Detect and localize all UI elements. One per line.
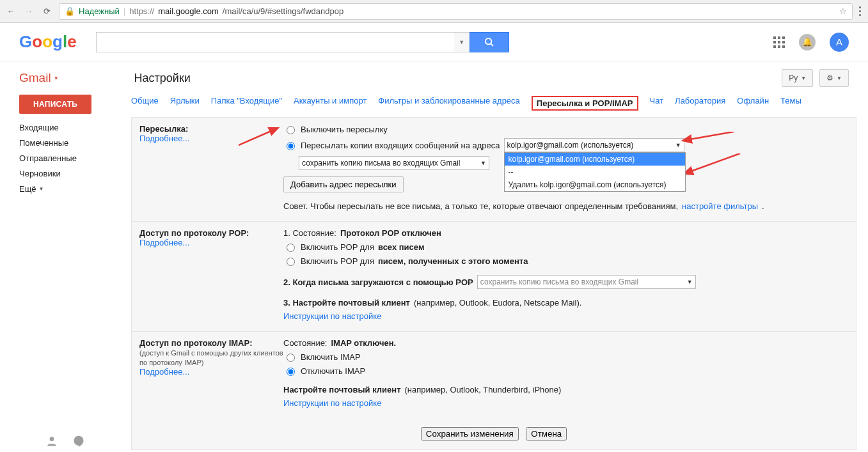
pop-line2: 2. Когда письма загружаются с помощью PO… xyxy=(283,277,473,287)
secure-label: Надежный xyxy=(79,6,120,16)
forward-arrow-icon[interactable]: → xyxy=(23,6,35,17)
google-logo[interactable]: Google xyxy=(19,32,77,52)
imap-learnmore-link[interactable]: Подробнее... xyxy=(139,367,189,377)
url-host: mail.google.com xyxy=(158,6,219,16)
tab-labels[interactable]: Ярлыки xyxy=(170,96,200,111)
imap-status: IMAP отключен. xyxy=(331,338,396,348)
sidebar-item-starred[interactable]: Помеченные xyxy=(19,138,131,148)
chevron-down-icon: ▼ xyxy=(687,279,693,285)
keep-copy-select[interactable]: сохранить копию письма во входящих Gmail… xyxy=(299,156,489,170)
svg-point-0 xyxy=(485,38,491,44)
sidebar-item-drafts[interactable]: Черновики xyxy=(19,169,131,178)
sidebar-item-inbox[interactable]: Входящие xyxy=(19,123,131,132)
imap-instructions-link[interactable]: Инструкции по настройке xyxy=(283,398,381,408)
radio-imap-on[interactable] xyxy=(287,354,295,362)
radio-forward-copy[interactable] xyxy=(287,142,295,150)
url-prefix: https:// xyxy=(129,6,154,16)
sidebar-item-more[interactable]: Ещё ▼ xyxy=(19,184,131,194)
forwarding-tip-text: Совет. Чтобы пересылать не все письма, а… xyxy=(283,201,678,211)
tab-themes[interactable]: Темы xyxy=(780,96,801,111)
avatar[interactable]: A xyxy=(830,33,849,52)
radio-imap-off[interactable] xyxy=(287,368,295,376)
tab-filters[interactable]: Фильтры и заблокированные адреса xyxy=(378,96,519,111)
address-bar[interactable]: 🔒 Надежный | https://mail.google.com/mai… xyxy=(59,3,853,20)
chevron-down-icon: ▼ xyxy=(837,75,842,81)
svg-point-5 xyxy=(50,437,54,441)
heading-row: Gmail ▼ Настройки Ру ▼ ⚙ ▼ xyxy=(0,61,868,92)
forward-address-select[interactable]: kolp.igor@gmail.com (используется) ▼ kol… xyxy=(504,138,684,152)
label-forward-copy: Пересылать копии входящих сообщений на а… xyxy=(301,141,500,150)
section-pop: Доступ по протоколу POP: Подробнее... 1.… xyxy=(132,222,856,332)
search-icon xyxy=(484,37,494,47)
tab-accounts[interactable]: Аккаунты и импорт xyxy=(294,96,367,111)
tab-inbox[interactable]: Папка "Входящие" xyxy=(211,96,282,111)
bookmark-star-icon[interactable]: ☆ xyxy=(839,6,847,16)
cancel-button[interactable]: Отмена xyxy=(526,427,567,440)
forwarding-learnmore-link[interactable]: Подробнее... xyxy=(139,134,189,143)
gear-icon: ⚙ xyxy=(826,74,833,82)
imap-title: Доступ по протоколу IMAP: xyxy=(139,338,252,348)
save-row: Сохранить изменения Отмена xyxy=(132,418,856,449)
svg-line-1 xyxy=(491,43,493,46)
back-arrow-icon[interactable]: ← xyxy=(5,6,17,17)
tab-fwdpop[interactable]: Пересылка и POP/IMAP xyxy=(537,98,633,108)
browser-toolbar: ← → ⟳ 🔒 Надежный | https://mail.google.c… xyxy=(0,0,868,23)
pop-status: Протокол POP отключен xyxy=(340,228,441,238)
dropdown-option-current[interactable]: kolp.igor@gmail.com (используется) xyxy=(505,153,685,166)
browser-menu-icon[interactable] xyxy=(859,6,863,16)
url-path: /mail/ca/u/9/#settings/fwdandpop xyxy=(223,6,343,16)
tab-labs[interactable]: Лаборатория xyxy=(675,96,725,111)
forwarding-title: Пересылка: xyxy=(139,124,188,134)
hangouts-icon[interactable] xyxy=(72,434,86,448)
person-icon[interactable] xyxy=(45,434,59,448)
search-button[interactable] xyxy=(470,32,509,52)
pop-title: Доступ по протоколу POP: xyxy=(139,228,249,238)
pop-learnmore-link[interactable]: Подробнее... xyxy=(139,238,189,247)
lock-icon: 🔒 xyxy=(65,6,75,16)
label-disable-forwarding: Выключить пересылку xyxy=(301,125,388,134)
google-header: Google ▼ 🔔 A xyxy=(0,23,868,61)
radio-disable-forwarding[interactable] xyxy=(287,126,295,134)
tab-chat[interactable]: Чат xyxy=(650,96,664,111)
pop-action-select[interactable]: сохранить копию письма во входящих Gmail… xyxy=(477,275,696,289)
radio-pop-all[interactable] xyxy=(287,244,295,252)
imap-hint: (доступ к Gmail с помощью других клиенто… xyxy=(139,349,283,366)
configure-filters-link[interactable]: настройте фильтры xyxy=(682,201,758,211)
tab-offline[interactable]: Офлайн xyxy=(737,96,769,111)
chevron-down-icon: ▼ xyxy=(39,186,44,192)
search-box: ▼ xyxy=(96,32,509,52)
dropdown-option-remove[interactable]: Удалить kolp.igor@gmail.com (используетс… xyxy=(505,178,685,191)
gmail-product-label[interactable]: Gmail ▼ xyxy=(19,71,59,85)
language-button[interactable]: Ру ▼ xyxy=(782,69,813,87)
search-options-dropdown[interactable]: ▼ xyxy=(454,32,470,52)
sidebar-item-sent[interactable]: Отправленные xyxy=(19,153,131,163)
chevron-down-icon: ▼ xyxy=(480,160,486,166)
page-title: Настройки xyxy=(134,72,191,85)
hangouts-bar xyxy=(45,434,86,448)
add-forwarding-address-button[interactable]: Добавить адрес пересылки xyxy=(283,176,404,192)
radio-pop-new[interactable] xyxy=(287,258,295,266)
apps-grid-icon[interactable] xyxy=(773,36,785,48)
compose-button[interactable]: НАПИСАТЬ xyxy=(19,95,91,114)
section-imap: Доступ по протоколу IMAP: (доступ к Gmai… xyxy=(132,332,856,418)
settings-tabs: Общие Ярлыки Папка "Входящие" Аккаунты и… xyxy=(131,92,856,117)
search-input[interactable] xyxy=(96,32,454,52)
sidebar: НАПИСАТЬ Входящие Помеченные Отправленны… xyxy=(19,92,131,452)
forward-address-dropdown: kolp.igor@gmail.com (используется) -- Уд… xyxy=(504,152,686,192)
section-forwarding: Пересылка: Подробнее... Выключить пересы… xyxy=(132,118,856,222)
chevron-down-icon: ▼ xyxy=(801,75,806,81)
notifications-icon[interactable]: 🔔 xyxy=(799,34,816,51)
tab-general[interactable]: Общие xyxy=(131,96,159,111)
pop-instructions-link[interactable]: Инструкции по настройке xyxy=(283,311,381,321)
reload-icon[interactable]: ⟳ xyxy=(41,6,52,17)
tab-fwdpop-highlight: Пересылка и POP/IMAP xyxy=(532,96,638,111)
dropdown-divider: -- xyxy=(505,166,685,178)
settings-gear-button[interactable]: ⚙ ▼ xyxy=(819,69,849,87)
save-button[interactable]: Сохранить изменения xyxy=(421,427,519,440)
settings-main: Общие Ярлыки Папка "Входящие" Аккаунты и… xyxy=(131,92,868,452)
chevron-down-icon: ▼ xyxy=(675,142,681,148)
chevron-down-icon: ▼ xyxy=(54,75,59,81)
